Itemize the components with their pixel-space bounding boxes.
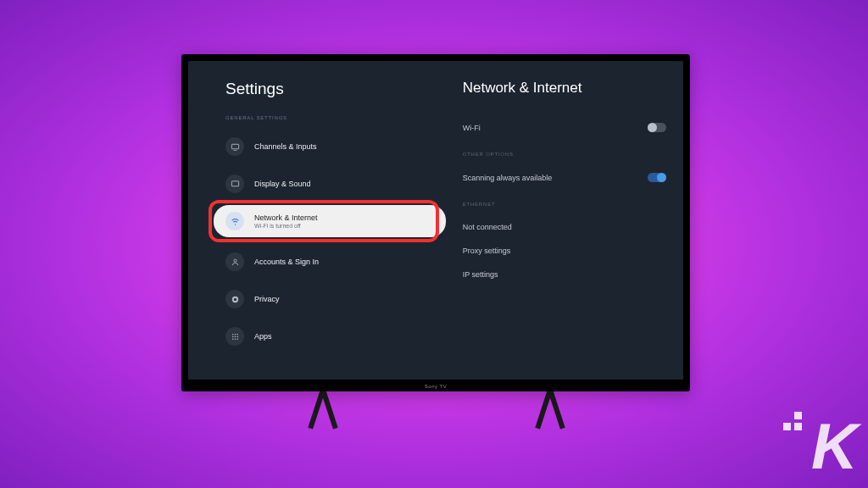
watermark-dots — [783, 412, 802, 430]
svg-point-12 — [231, 338, 233, 340]
ip-settings[interactable]: IP settings — [463, 263, 666, 286]
menu-item-channels-inputs[interactable]: Channels & Inputs — [225, 130, 446, 163]
svg-point-6 — [231, 333, 233, 335]
account-icon — [225, 252, 244, 271]
svg-rect-1 — [233, 150, 236, 151]
section-other-options: OTHER OPTIONS — [463, 152, 666, 157]
menu-item-network-internet[interactable]: Network & Internet Wi-Fi is turned off — [214, 205, 446, 237]
tv-stand-left — [297, 390, 348, 428]
menu-label: Network & Internet — [254, 214, 318, 222]
menu-label: Apps — [254, 332, 272, 341]
menu-sublabel: Wi-Fi is turned off — [254, 223, 318, 229]
menu-item-accounts-signin[interactable]: Accounts & Sign In — [225, 246, 446, 278]
svg-rect-0 — [231, 144, 238, 149]
watermark-k: K — [811, 409, 853, 483]
menu-item-display-sound[interactable]: Display & Sound — [225, 168, 446, 200]
privacy-icon — [225, 290, 244, 308]
section-general-settings: GENERAL SETTINGS — [225, 115, 446, 120]
svg-point-5 — [233, 297, 236, 300]
scanning-toggle-row[interactable]: Scanning always available — [463, 165, 666, 190]
tv-screen: Settings GENERAL SETTINGS Channels & Inp… — [188, 61, 683, 380]
svg-point-3 — [233, 259, 236, 262]
svg-point-11 — [236, 336, 238, 337]
tv-frame: Settings GENERAL SETTINGS Channels & Inp… — [181, 54, 690, 391]
scanning-toggle[interactable] — [648, 173, 666, 182]
svg-point-8 — [236, 333, 238, 335]
ethernet-status[interactable]: Not connected — [463, 215, 666, 239]
proxy-label: Proxy settings — [463, 247, 511, 255]
tv-stand-right — [524, 390, 575, 428]
section-ethernet: ETHERNET — [463, 202, 666, 207]
menu-item-apps[interactable]: Apps — [225, 320, 446, 352]
page-title: Settings — [225, 80, 446, 98]
svg-point-10 — [234, 336, 236, 337]
menu-item-privacy[interactable]: Privacy — [225, 283, 446, 315]
display-icon — [225, 175, 244, 193]
apps-icon — [225, 327, 244, 346]
ethernet-status-label: Not connected — [463, 223, 512, 231]
wifi-toggle-row[interactable]: Wi-Fi — [463, 115, 666, 140]
wifi-label: Wi-Fi — [463, 124, 481, 132]
channels-icon — [225, 137, 244, 156]
tv-brand-label: Sony TV — [425, 384, 447, 389]
scanning-label: Scanning always available — [463, 174, 553, 182]
svg-point-14 — [236, 338, 238, 340]
wifi-toggle[interactable] — [648, 123, 666, 132]
menu-label: Privacy — [254, 295, 280, 303]
menu-label: Channels & Inputs — [254, 142, 317, 151]
menu-label: Display & Sound — [254, 180, 311, 188]
svg-point-9 — [231, 336, 233, 337]
menu-label: Accounts & Sign In — [254, 258, 319, 266]
settings-panel: Settings GENERAL SETTINGS Channels & Inp… — [188, 61, 446, 380]
svg-point-7 — [234, 333, 236, 335]
panel-title: Network & Internet — [463, 80, 666, 97]
svg-point-13 — [234, 338, 236, 340]
svg-rect-2 — [231, 180, 238, 186]
network-panel: Network & Internet Wi-Fi OTHER OPTIONS S… — [446, 61, 683, 380]
ip-label: IP settings — [463, 270, 498, 279]
wifi-icon — [225, 212, 244, 230]
proxy-settings[interactable]: Proxy settings — [463, 239, 666, 263]
